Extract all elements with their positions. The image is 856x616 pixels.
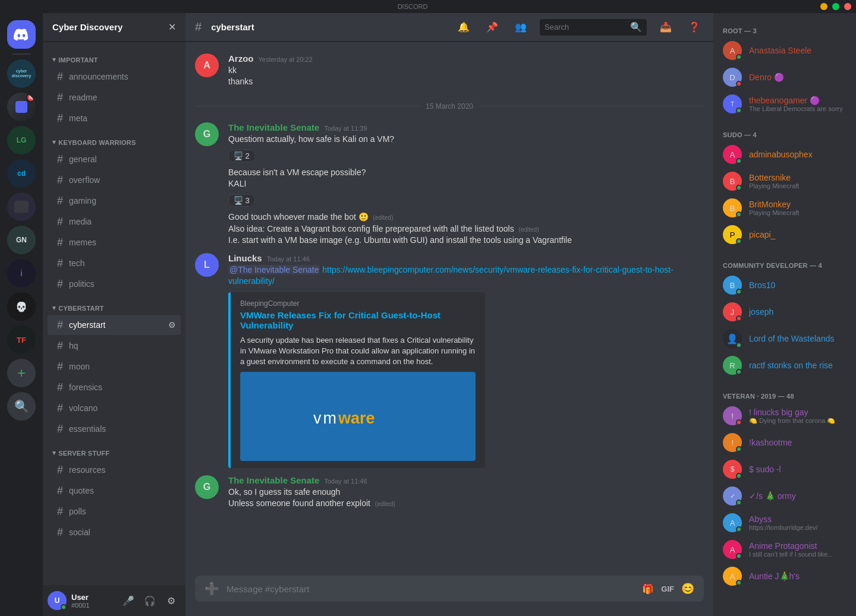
channel-item-gaming[interactable]: # gaming [48,191,181,211]
close-btn[interactable]: × [844,3,851,10]
member-avatar-wrapper: P [723,225,742,244]
member-info: $ sudo -l [749,465,846,474]
message-avatar: L [195,253,219,277]
channel-item-tech[interactable]: # tech [48,253,181,273]
channel-item-cyberstart[interactable]: # cyberstart ⚙ [48,315,181,335]
chat-input[interactable] [226,584,635,594]
member-item[interactable]: P picapi_ [718,222,851,248]
hash-icon: # [57,236,63,249]
member-item[interactable]: ! ! linucks big gay 🍋 Dying from that co… [718,403,851,429]
member-item[interactable]: A Anastasia Steele [718,37,851,64]
member-item[interactable]: B BritMonkey Playing Minecraft [718,195,851,221]
channel-item-volcano[interactable]: # volcano [48,398,181,418]
member-item[interactable]: $ $ sudo -l [718,456,851,482]
member-item[interactable]: 👤 Lord of the Wastelands [718,326,851,352]
status-dot [736,342,742,348]
channel-sidebar: Cyber Discovery ✕ ▾ IMPORTANT # announce… [43,13,185,616]
server-icon-8[interactable]: 💀 [7,292,36,321]
mute-btn[interactable]: 🎤 [119,591,138,610]
category-cyberstart[interactable]: ▾ CYBERSTART [43,295,185,314]
channel-item-resources[interactable]: # resources [48,460,181,480]
chat-header-icons: 🔔 📌 👥 🔍 📥 ❓ [454,18,704,37]
server-icon-5[interactable] [7,192,36,221]
channel-item-social[interactable]: # social [48,522,181,542]
emoji-icon[interactable]: 😊 [681,582,694,595]
channel-item-overflow[interactable]: # overflow [48,170,181,190]
hash-icon: # [57,340,63,352]
server-name: Cyber Discovery [52,22,122,32]
message-author[interactable]: The Inevitable Senate [228,475,319,485]
pin-icon[interactable]: 📌 [483,18,502,37]
member-item[interactable]: A Anime Protagonist I still can't tell i… [718,536,851,563]
add-server-btn[interactable]: + [7,359,36,387]
members-icon[interactable]: 👥 [511,18,530,37]
member-item[interactable]: D Denro 🟣 [718,64,851,90]
message-author[interactable]: Linucks [228,253,262,263]
add-content-icon[interactable]: ➕ [204,582,219,596]
category-server-stuff[interactable]: ▾ SERVER STUFF [43,440,185,459]
search-input[interactable] [545,23,630,31]
gift-icon[interactable]: 🎁 [642,583,654,595]
date-divider: 15 March 2020 [185,93,713,120]
channel-item-essentials[interactable]: # essentials [48,419,181,439]
channel-item-moon[interactable]: # moon [48,356,181,377]
channel-item-media[interactable]: # media [48,211,181,232]
message-author[interactable]: Arzoo [228,53,254,64]
embed-title[interactable]: VMWare Releases Fix for Critical Guest-t… [240,310,476,330]
hash-icon: # [57,91,63,104]
explore-servers-btn[interactable]: 🔍 [7,392,36,421]
channel-item-quotes[interactable]: # quotes [48,481,181,501]
channel-item-announcements[interactable]: # announcements [48,67,181,87]
bell-icon[interactable]: 🔔 [454,18,473,37]
member-item[interactable]: T thebeanogamer 🟣 The Liberal Democrats … [718,91,851,117]
deafen-btn[interactable]: 🎧 [140,591,159,610]
member-avatar-wrapper: ! [723,406,742,425]
channel-item-forensics[interactable]: # forensics [48,377,181,397]
member-item[interactable]: B Bros10 [718,272,851,298]
gif-icon[interactable]: GIF [661,585,674,593]
member-item[interactable]: ✓ ✓/s 🎄 ormy [718,483,851,509]
settings-btn[interactable]: ⚙ [162,591,181,610]
channel-item-readme[interactable]: # readme [48,87,181,108]
server-icon-3[interactable]: LG [7,126,36,154]
server-icon-9[interactable]: TF [7,326,36,354]
channel-item-general[interactable]: # general [48,149,181,169]
reaction-btn[interactable]: 🖥️ 2 [228,150,255,162]
discord-home-icon[interactable] [7,20,36,49]
member-item[interactable]: R ractf stonks on the rise [718,352,851,378]
mention[interactable]: @The Inevitable Senate [228,265,320,274]
message-author[interactable]: The Inevitable Senate [228,122,319,132]
category-keyboard-warriors[interactable]: ▾ KEYBOARD WARRIORS [43,129,185,149]
member-name: joseph [749,307,846,317]
channel-item-hq[interactable]: # hq [48,336,181,356]
channel-item-memes[interactable]: # memes [48,232,181,252]
help-icon[interactable]: ❓ [685,18,704,37]
channel-item-politics[interactable]: # politics [48,274,181,294]
member-item[interactable]: J joseph [718,299,851,325]
hash-icon: # [57,423,63,435]
member-item[interactable]: A Abyss https://tomburridge.dev/ [718,510,851,536]
member-item[interactable]: A Auntie J🎄h's [718,563,851,589]
server-divider [12,53,31,55]
maximize-btn[interactable]: □ [832,3,839,10]
message-content: Unless someone found another exploit (ed… [228,498,704,509]
server-icon-2[interactable]: N [7,93,36,121]
inbox-icon[interactable]: 📥 [656,18,675,37]
server-icon-4[interactable]: cd [7,159,36,188]
server-header[interactable]: Cyber Discovery ✕ [43,13,185,42]
channel-settings-icon[interactable]: ⚙ [168,320,176,330]
channel-item-meta[interactable]: # meta [48,108,181,128]
category-important[interactable]: ▾ IMPORTANT [43,46,185,66]
server-icon-6[interactable]: GN [7,226,36,254]
user-info: User #0001 [71,593,114,609]
minimize-btn[interactable]: − [820,3,827,10]
reaction-btn[interactable]: 🖥️ 3 [228,194,255,207]
member-name: Bottersnike [749,173,846,182]
channel-item-polls[interactable]: # polls [48,501,181,522]
member-item[interactable]: B Bottersnike Playing Minecraft [718,168,851,194]
member-item[interactable]: ! !kashootme [718,429,851,456]
cyber-discovery-server-icon[interactable]: cyberdiscovery [7,59,36,88]
server-icon-7[interactable]: i [7,259,36,288]
member-item[interactable]: A adminabusophex [718,141,851,168]
hash-icon: # [57,112,63,125]
